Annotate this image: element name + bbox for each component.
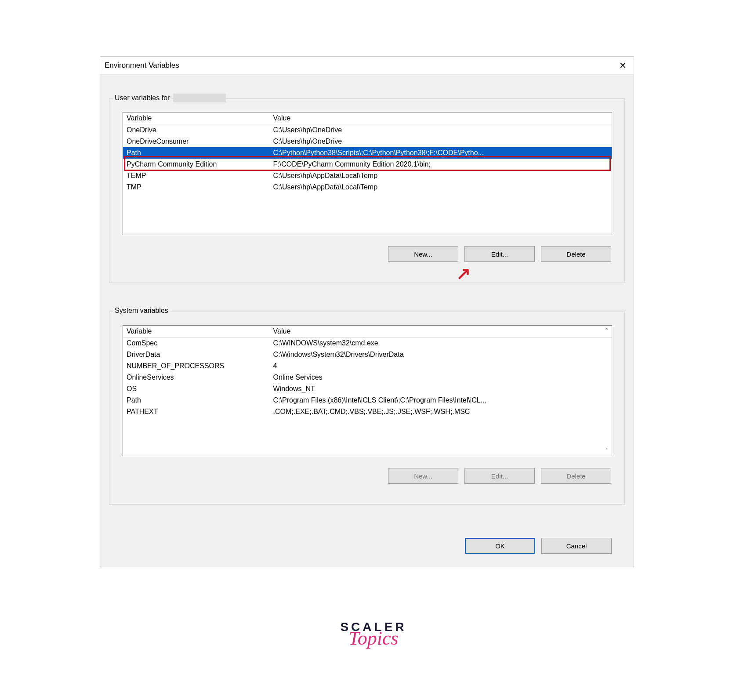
system-new-button[interactable]: New... [388,468,458,484]
table-row[interactable]: TEMPC:\Users\hp\AppData\Local\Temp [123,170,612,181]
system-edit-button[interactable]: Edit... [464,468,535,484]
cancel-button[interactable]: Cancel [541,538,612,554]
value-cell: C:\Users\hp\OneDrive [270,124,612,136]
col-header-value[interactable]: Value [270,326,612,337]
value-cell: C:\Python\Python38\Scripts\;C:\Python\Py… [270,147,612,159]
variable-cell: TMP [123,181,270,193]
table-row[interactable]: PyCharm Community EditionF:\CODE\PyCharm… [123,159,612,170]
close-icon[interactable]: ✕ [616,60,629,71]
variable-cell: NUMBER_OF_PROCESSORS [123,360,270,372]
variable-cell: OneDrive [123,124,270,136]
value-cell: Windows_NT [270,383,612,395]
table-row[interactable]: OneDriveC:\Users\hp\OneDrive [123,124,612,136]
table-row[interactable]: PathC:\Program Files (x86)\Intel\iCLS Cl… [123,395,612,406]
system-variables-button-row: New... Edit... Delete [388,468,611,484]
logo-line-2: Topics [340,630,406,647]
dialog-title: Environment Variables [105,61,616,70]
value-cell: C:\WINDOWS\system32\cmd.exe [270,337,612,349]
value-cell: Online Services [270,372,612,383]
scroll-down-icon[interactable]: ˅ [602,447,611,454]
value-cell: 4 [270,360,612,372]
table-row[interactable]: NUMBER_OF_PROCESSORS4 [123,360,612,372]
table-row[interactable]: OnlineServicesOnline Services [123,372,612,383]
user-delete-button[interactable]: Delete [541,246,611,262]
variable-cell: Path [123,395,270,406]
variable-cell: OnlineServices [123,372,270,383]
col-header-value[interactable]: Value [270,112,612,124]
value-cell: C:\Users\hp\AppData\Local\Temp [270,170,612,181]
ok-button[interactable]: OK [465,538,535,554]
table-row[interactable]: OSWindows_NT [123,383,612,395]
variable-cell: DriverData [123,349,270,360]
system-variables-group: System variables Variable Value ComSpecC… [109,312,625,505]
system-variables-list[interactable]: Variable Value ComSpecC:\WINDOWS\system3… [123,325,612,456]
variable-cell: ComSpec [123,337,270,349]
user-variables-label: User variables for [113,94,171,102]
value-cell: C:\Users\hp\OneDrive [270,136,612,147]
value-cell: .COM;.EXE;.BAT;.CMD;.VBS;.VBE;.JS;.JSE;.… [270,406,612,417]
table-row[interactable]: DriverDataC:\Windows\System32\Drivers\Dr… [123,349,612,360]
user-variables-list[interactable]: Variable Value OneDriveC:\Users\hp\OneDr… [123,112,612,235]
value-cell: C:\Program Files (x86)\Intel\iCLS Client… [270,395,612,406]
user-variables-button-row: New... Edit... Delete [388,246,611,262]
user-edit-button[interactable]: Edit... [464,246,535,262]
col-header-variable[interactable]: Variable [123,112,270,124]
table-row[interactable]: PATHEXT.COM;.EXE;.BAT;.CMD;.VBS;.VBE;.JS… [123,406,612,417]
redacted-username [173,94,226,102]
scaler-topics-logo: SCALER Topics [340,621,406,647]
variable-cell: PATHEXT [123,406,270,417]
table-row[interactable]: ComSpecC:\WINDOWS\system32\cmd.exe [123,337,612,349]
user-variables-group: User variables for Variable Value OneDri… [109,98,625,283]
variable-cell: PyCharm Community Edition [123,159,270,170]
variable-cell: OS [123,383,270,395]
table-row[interactable]: OneDriveConsumerC:\Users\hp\OneDrive [123,136,612,147]
environment-variables-dialog: Environment Variables ✕ User variables f… [100,56,634,567]
value-cell: C:\Windows\System32\Drivers\DriverData [270,349,612,360]
system-delete-button[interactable]: Delete [541,468,611,484]
variable-cell: Path [123,147,270,159]
col-header-variable[interactable]: Variable [123,326,270,337]
system-variables-label: System variables [113,307,170,315]
variable-cell: TEMP [123,170,270,181]
dialog-button-row: OK Cancel [465,538,612,554]
titlebar: Environment Variables ✕ [100,57,634,75]
table-row[interactable]: TMPC:\Users\hp\AppData\Local\Temp [123,181,612,193]
table-row[interactable]: PathC:\Python\Python38\Scripts\;C:\Pytho… [123,147,612,159]
user-new-button[interactable]: New... [388,246,458,262]
value-cell: F:\CODE\PyCharm Community Edition 2020.1… [270,159,612,170]
scroll-up-icon[interactable]: ˄ [602,327,611,334]
value-cell: C:\Users\hp\AppData\Local\Temp [270,181,612,193]
variable-cell: OneDriveConsumer [123,136,270,147]
